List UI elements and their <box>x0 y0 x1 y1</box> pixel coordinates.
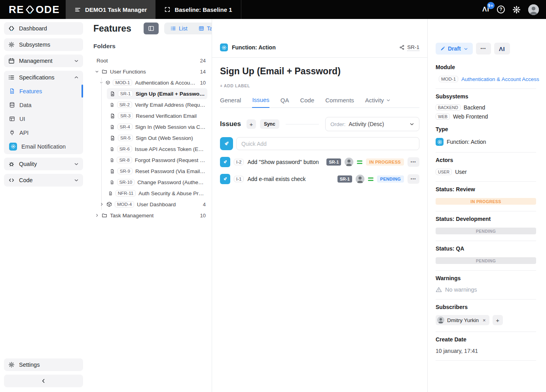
sidebar-item-subsystems[interactable]: Subsystems <box>4 38 83 51</box>
document-icon <box>110 113 115 119</box>
toggle-panel-button[interactable] <box>144 23 159 34</box>
sidebar-item-features[interactable]: Features <box>4 84 83 98</box>
rocket-icon-button[interactable] <box>220 174 230 184</box>
chevron-down-icon <box>74 178 79 183</box>
indent-guide <box>101 78 102 210</box>
more-actions-button[interactable]: ••• <box>476 43 491 55</box>
tab-comments[interactable]: Comments <box>325 96 354 107</box>
chevron-down-icon <box>95 70 99 74</box>
ref-badge: SR-2 <box>117 102 132 108</box>
frame-corners-icon <box>164 6 171 13</box>
tree-row-doc-selected[interactable]: SR-1 Sign Up (Email + Password) <box>107 88 207 99</box>
module-link[interactable]: Authentication & Account Access <box>461 76 539 82</box>
subsystems-heading: Subsystems <box>436 93 536 100</box>
rocket-icon <box>222 159 228 165</box>
tab-activity[interactable]: Activity <box>365 96 391 107</box>
quick-add-row <box>220 137 419 150</box>
add-subscriber-button[interactable]: + <box>493 315 503 325</box>
tree-row-doc[interactable]: SR-4 Sign In (Web Session via Cookie) <box>93 121 207 132</box>
chevron-up-icon <box>74 75 79 80</box>
actor-label: User <box>455 169 467 175</box>
tree-row-doc[interactable]: NFR-11 Auth Security & Abuse Preventio..… <box>93 188 207 199</box>
divider <box>436 332 536 332</box>
subscribers-row: Dmitry Yurkin × + <box>436 315 536 325</box>
divider <box>436 241 536 241</box>
tree-row-module[interactable]: MOD-4 User Dashboard 4 <box>93 199 207 210</box>
gear-icon <box>8 362 15 368</box>
sidebar-item-ui[interactable]: UI <box>4 112 83 126</box>
folders-title: Folders <box>93 43 207 50</box>
tree-row-doc[interactable]: SR-2 Verify Email Address (Required Be..… <box>93 99 207 110</box>
database-icon <box>9 102 15 108</box>
view-label: List <box>179 25 188 32</box>
tree-row-folder[interactable]: Task Management 10 <box>93 210 207 221</box>
remove-subscriber-button[interactable]: × <box>483 317 486 323</box>
document-icon <box>110 147 114 152</box>
sidebar-item-settings[interactable]: Settings <box>4 358 83 371</box>
sync-button[interactable]: Sync <box>260 119 279 129</box>
tree-row-doc[interactable]: SR-9 Reset Password (Via Email Link) <box>93 166 207 177</box>
share-link[interactable]: SR-1 <box>399 44 419 51</box>
sidebar-item-label: Code <box>19 177 33 183</box>
issue-row[interactable]: I-1 Add e-mail exists check SR-1 PENDING… <box>220 173 419 185</box>
tab-general[interactable]: General <box>220 96 241 107</box>
ai-actions-button[interactable]: ΛI <box>494 43 510 55</box>
issue-id-badge: I-1 <box>234 176 244 182</box>
ref-badge: SR-1 <box>118 90 133 97</box>
tree-row-module[interactable]: MOD-1 Authentication & Account Acce... 1… <box>93 77 207 88</box>
status-review-pill: IN PROGRESS <box>436 198 536 205</box>
order-select[interactable]: Order: Activity (Desc) <box>325 117 419 131</box>
sidebar-item-dashboard[interactable]: Dashboard <box>4 22 83 35</box>
issue-menu-button[interactable]: ••• <box>408 174 419 184</box>
tree-row-doc[interactable]: SR-8 Forgot Password (Request Reset E... <box>93 155 207 166</box>
warning-triangle-icon <box>436 286 442 293</box>
priority-medium-icon <box>357 160 362 164</box>
sidebar-item-data[interactable]: Data <box>4 98 83 112</box>
sidebar-item-specifications[interactable]: Specifications <box>4 71 83 84</box>
sidebar-collapse-button[interactable] <box>4 375 83 387</box>
subsystem-badge: WEB <box>436 113 450 120</box>
sidebar-item-label: UI <box>19 116 25 122</box>
ref-badge: SR-5 <box>118 135 133 141</box>
tab-issues[interactable]: Issues <box>252 96 269 108</box>
baseline-tab[interactable]: Baseline: Baseline 1 <box>155 0 241 19</box>
add-issue-button[interactable]: + <box>246 119 256 129</box>
help-icon[interactable]: ? <box>497 6 505 13</box>
ref-label: SR-1 <box>407 44 419 51</box>
gear-icon[interactable] <box>512 6 521 14</box>
draft-status-button[interactable]: Draft <box>436 43 473 55</box>
ref-badge: SR-9 <box>118 168 133 174</box>
subscriber-avatar <box>437 317 444 324</box>
tree-row-root[interactable]: Root 24 <box>93 55 207 66</box>
type-value: Function: Action <box>447 139 486 145</box>
tree-row-folder[interactable]: User Functions 14 <box>93 66 207 77</box>
tab-code[interactable]: Code <box>300 96 314 107</box>
sidebar-item-email-notification[interactable]: Email Notification <box>4 139 83 153</box>
issue-menu-button[interactable]: ••• <box>408 157 419 167</box>
sidebar-item-code[interactable]: Code <box>4 174 83 187</box>
left-sidebar: Dashboard Subsystems Management Specific… <box>0 19 87 392</box>
view-list[interactable]: List <box>165 24 193 33</box>
status-development-heading: Status: Development <box>436 216 536 222</box>
tree-row-doc[interactable]: SR-3 Resend Verification Email <box>93 110 207 121</box>
user-avatar[interactable] <box>528 4 539 15</box>
quick-add-input[interactable] <box>236 137 419 150</box>
ref-badge: NFR-11 <box>116 190 136 196</box>
ai-assistant-button[interactable]: ΛI 9+ <box>482 6 489 13</box>
tree-row-doc[interactable]: SR-6 Issue API Access Token (Email + P..… <box>93 143 207 155</box>
add-label-button[interactable]: + ADD LABEL <box>220 83 419 88</box>
sidebar-item-management[interactable]: Management <box>4 55 83 67</box>
rocket-icon-button[interactable] <box>220 157 230 167</box>
rocket-icon-button[interactable] <box>220 137 233 150</box>
document-icon <box>110 91 115 96</box>
tree-row-doc[interactable]: SR-10 Change Password (Authenticated... <box>93 177 207 188</box>
create-date-heading: Create Date <box>436 336 536 343</box>
chevron-down-icon <box>74 162 79 166</box>
sidebar-item-quality[interactable]: Quality <box>4 158 83 170</box>
tree-row-doc[interactable]: SR-5 Sign Out (Web Session) <box>93 132 207 143</box>
tab-qa[interactable]: QA <box>281 96 289 107</box>
sidebar-item-api[interactable]: API <box>4 126 83 139</box>
issue-row[interactable]: I-2 Add "Show password" button SR-1 IN P… <box>220 156 419 168</box>
window-icon <box>9 116 15 122</box>
project-tab[interactable]: DEMO1 Task Manager <box>66 0 155 19</box>
